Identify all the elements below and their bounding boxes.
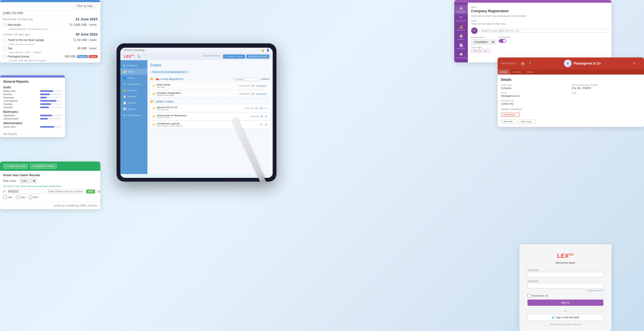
invoices-icon: 📄 — [123, 101, 126, 104]
aml-checkbox-pep[interactable] — [29, 195, 32, 199]
business-unit-field: Business Unit London HQ — [501, 99, 570, 105]
case-detail-main: Name Company Registration Click here to … — [468, 3, 611, 62]
rpt-billing-date[interactable]: Billing Date — [3, 89, 62, 93]
rpt-core-reports[interactable]: Core Reports — [3, 99, 62, 102]
password-input[interactable] — [527, 283, 603, 289]
case-detail-nav-dashboards[interactable]: ⊞ Dashboards — [454, 5, 468, 14]
remember-me-checkbox[interactable] — [527, 294, 531, 297]
delete-btn-4[interactable]: Delete — [89, 55, 98, 58]
case-detail-nav-documents[interactable]: 📄 Documents — [454, 42, 468, 51]
view-btn-1[interactable]: ⋯ — [264, 107, 268, 110]
case-detail-nav-expenses[interactable]: 💰 Expenses — [454, 23, 468, 33]
view-btn-3[interactable]: ⊙ — [264, 123, 268, 126]
date-meta-2: (Tuesday, 420 days ago) — [3, 33, 30, 36]
aml-check-aml[interactable]: AML — [3, 195, 13, 199]
opponent-nav-clients[interactable]: Clients — [524, 69, 536, 75]
tablet-bell-icon[interactable]: 🔔 — [261, 49, 264, 52]
open-case-id-1: 35157-002 — [244, 107, 253, 109]
sidebar-item-expenses[interactable]: 💰 Expenses — [120, 87, 147, 94]
rpt-admin-item[interactable]: Admin Item — [3, 125, 62, 128]
opponent-nav-contacts[interactable]: Contacts — [510, 69, 524, 75]
add-field-button[interactable]: Add Field... — [501, 120, 517, 124]
confidential-toggle[interactable] — [499, 39, 506, 43]
case-request-item-1: 📁 Work Permit Jane Doe CL013-F0159 🔗 App… — [150, 82, 270, 89]
time-records-nav-icon: ⏱ — [459, 16, 463, 20]
add-case-tag-button[interactable]: Add Case Tag... — [471, 49, 490, 53]
sign-in-button[interactable]: Sign In — [527, 300, 603, 306]
aml-comment-input[interactable] — [46, 189, 85, 194]
opponent-more-icon[interactable]: ⋮ — [637, 62, 641, 65]
aml-report-asset-button[interactable]: ⊕ REPORT ASSET — [30, 164, 56, 169]
checkbox-1[interactable] — [3, 23, 6, 26]
details-btn-2[interactable]: Details — [88, 38, 98, 41]
checkbox-3[interactable] — [3, 47, 6, 50]
aml-checkbox-ubo[interactable] — [16, 195, 20, 199]
opponent-nav-details[interactable]: Details — [498, 69, 510, 75]
aml-check-pep[interactable]: PEP — [29, 195, 38, 199]
add-group-button[interactable]: Add Group... — [518, 120, 535, 124]
add-relation-button[interactable]: Add Relation... — [501, 113, 520, 117]
case-detail-subtitle[interactable]: Click here to enter Case Background or D… — [471, 15, 608, 17]
cases-search-input[interactable] — [233, 78, 260, 81]
expenses-header-bar — [0, 0, 100, 2]
aml-checkbox-aml[interactable] — [3, 195, 7, 199]
sidebar-item-cases[interactable]: 📁 Cases — [120, 69, 147, 75]
case-detail-nav-communication[interactable]: 💬 Communication — [454, 51, 468, 60]
username-input[interactable] — [527, 272, 603, 278]
details-btn-1[interactable]: Details — [88, 23, 98, 26]
sidebar-item-dashboard[interactable]: ⊞ Dashboard — [120, 62, 147, 69]
opponent-edit-icon[interactable]: ✎ — [633, 62, 636, 65]
rpt-administration[interactable]: Administration — [3, 117, 62, 120]
rpt-invoices[interactable]: Invoices — [3, 93, 62, 96]
view-btn-2[interactable]: ⊙ — [264, 115, 268, 118]
rpt-overdue2[interactable]: Overdue — [3, 106, 62, 109]
aml-create-case-button[interactable]: ✦ CREATE CASE — [3, 164, 28, 169]
sidebar-item-control-panel[interactable]: ⚙ Control Panel — [120, 112, 147, 118]
case-link-icon-1: 🔗 — [252, 85, 254, 87]
sidebar-item-time-records[interactable]: ⏱ Time Records — [120, 81, 147, 87]
tablet-search-icon[interactable]: 🔍 — [137, 54, 141, 58]
rpt-liquidation[interactable]: Liquidation — [3, 114, 62, 117]
checkbox-2[interactable] — [3, 38, 6, 41]
case-detail-nav-activities[interactable]: 📋 Activities — [454, 33, 468, 42]
rpt-expenses[interactable]: Expenses — [3, 96, 62, 99]
no-account-text: Don't have an account? Sign Up — [527, 323, 603, 326]
expenses-icon: 💰 — [123, 89, 126, 92]
sidebar-item-activities[interactable]: 📋 Activities — [120, 94, 147, 100]
opponent-header-icons: ✎ ⋮ — [633, 62, 641, 65]
username-label: Username — [527, 269, 603, 271]
approval-badge[interactable]: There is time that awaits approval → — [150, 70, 190, 73]
rpt-overdue[interactable]: Overdue — [3, 102, 62, 106]
approve-btn-1[interactable]: Approve/Deny — [255, 85, 268, 87]
approve-btn-2[interactable]: Approve/Deny — [255, 93, 268, 95]
details-btn-3[interactable]: Details — [88, 47, 98, 50]
aml-date-input[interactable] — [7, 189, 45, 194]
tablet-create-case-button[interactable]: ✦ CREATE CASE — [223, 54, 245, 59]
case-item-left-1: Work Permit Jane Doe — [157, 83, 239, 88]
microsoft-sign-in-button[interactable]: ⊞ Sign in with Microsoft — [527, 314, 603, 321]
checkbox-4[interactable] — [3, 55, 6, 58]
section-tools: Modified ▾ — [233, 78, 270, 81]
practice-area-select[interactable]: Consultation — [471, 40, 495, 44]
edit-btn-1[interactable]: Edit — [259, 107, 263, 110]
forgot-password-link[interactable]: Forgot Password — [527, 289, 603, 292]
tablet-report-asset-button[interactable]: ⊕ REPORT ASSET — [246, 54, 269, 59]
aml-check-ubo[interactable]: UBO — [16, 195, 26, 199]
date-meta-1: (Wednesday, 419 days ago) — [3, 18, 33, 21]
aml-cancel-button[interactable]: Cancel — [97, 190, 100, 193]
case-detail-nav-time-records[interactable]: ⏱ Time Records — [454, 14, 468, 23]
user-search-input[interactable] — [479, 29, 608, 33]
case-detail-title[interactable]: Company Registration — [471, 9, 608, 13]
aml-checks-row: AML UBO PEP — [3, 195, 97, 199]
filter-by-date-button[interactable]: Filter by Date... — [74, 4, 98, 8]
risk-level-select[interactable]: LowMediumHigh — [20, 178, 37, 183]
login-panel: LEX247 Welcome back Username Password Fo… — [519, 244, 611, 331]
tablet-user-icon[interactable]: 👤 — [266, 49, 269, 52]
register-btn-4[interactable]: Register — [77, 55, 88, 58]
sidebar-item-clients[interactable]: 👤 Clients — [120, 75, 147, 81]
sign-up-link[interactable]: Sign Up — [573, 323, 581, 326]
sidebar-item-invoices[interactable]: 📄 Invoices — [120, 100, 147, 106]
aml-add-button[interactable]: Add — [86, 189, 95, 194]
expenses-nav-icon: 💰 — [459, 25, 463, 29]
sidebar-item-reports[interactable]: 📊 Reports — [120, 106, 147, 112]
